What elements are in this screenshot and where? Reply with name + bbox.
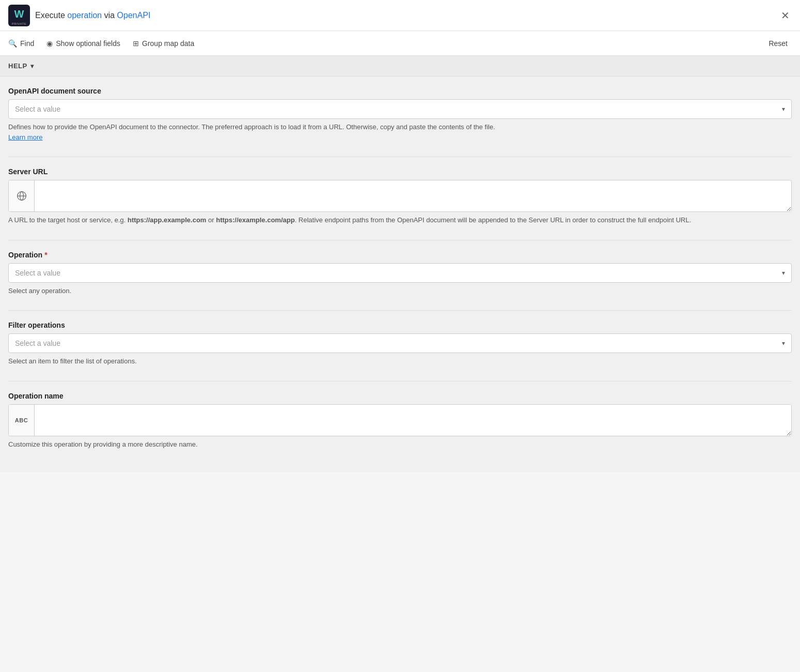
openapi-source-group: OpenAPI document source Select a value ▾… [8,87,792,142]
filter-operations-label: Filter operations [8,321,792,329]
filter-operations-select-wrapper: Select a value ▾ [8,333,792,353]
help-toggle-button[interactable]: HELP ▾ [8,62,34,70]
filter-operations-group: Filter operations Select a value ▾ Selec… [8,321,792,366]
server-url-label: Server URL [8,167,792,176]
abc-icon-box: ABC [9,405,35,436]
logo-badge: W PRIVATE [8,5,30,26]
logo-icon: W [14,8,24,20]
reset-button[interactable]: Reset [764,37,792,50]
header-title: Execute operation via OpenAPI [35,11,150,20]
operation-label-text: Operation [8,251,42,259]
operation-select[interactable]: Select a value [9,264,791,282]
server-url-group: Server URL A URL to the target host or s… [8,167,792,225]
group-map-label: Group map data [142,39,194,48]
header-left: W PRIVATE Execute operation via OpenAPI [8,5,150,26]
server-url-example2: https://example.com/app [216,216,295,224]
server-url-input-wrapper [8,180,792,212]
learn-more-link[interactable]: Learn more [8,133,42,141]
help-label: HELP [8,62,27,70]
divider-3 [8,310,792,311]
operation-description: Select any operation. [8,286,792,296]
openapi-source-select[interactable]: Select a value [9,100,791,118]
form-content: OpenAPI document source Select a value ▾… [0,77,800,472]
operation-group: Operation * Select a value ▾ Select any … [8,251,792,296]
operation-select-wrapper: Select a value ▾ [8,263,792,283]
operation-name-label: Operation name [8,392,792,400]
divider-1 [8,157,792,157]
search-icon: 🔍 [8,39,17,48]
operation-name-description: Customize this operation by providing a … [8,439,792,450]
operation-name-input-wrapper: ABC [8,404,792,436]
find-label: Find [20,39,34,48]
server-url-description: A URL to the target host or service, e.g… [8,215,792,225]
server-url-example1: https://app.example.com [128,216,206,224]
title-operation: operation [67,11,102,20]
server-url-input[interactable] [35,180,791,211]
filter-operations-description: Select an item to filter the list of ope… [8,356,792,366]
server-url-desc-part2: or [206,216,216,224]
help-section: HELP ▾ [0,56,800,77]
operation-label: Operation * [8,251,792,259]
title-openapi: OpenAPI [117,11,150,20]
openapi-source-description: Defines how to provide the OpenAPI docum… [8,122,792,142]
abc-label: ABC [15,417,28,423]
header: W PRIVATE Execute operation via OpenAPI … [0,0,800,31]
main-content: HELP ▾ OpenAPI document source Select a … [0,56,800,472]
divider-2 [8,240,792,240]
find-button[interactable]: 🔍 Find [8,37,34,50]
group-map-data-button[interactable]: ⊞ Group map data [133,37,194,50]
operation-name-input[interactable] [35,405,791,436]
chevron-down-icon: ▾ [30,63,34,70]
eye-icon: ◉ [47,39,53,48]
toolbar: 🔍 Find ◉ Show optional fields ⊞ Group ma… [0,31,800,56]
server-url-desc-part1: A URL to the target host or service, e.g… [8,216,128,224]
globe-icon-box [9,180,35,211]
private-label: PRIVATE [12,22,26,25]
operation-name-group: Operation name ABC Customize this operat… [8,392,792,450]
group-icon: ⊞ [133,39,139,48]
openapi-source-label: OpenAPI document source [8,87,792,95]
toolbar-right: Reset [764,37,792,50]
close-button[interactable]: ✕ [779,8,792,23]
globe-icon [17,191,27,201]
filter-operations-select[interactable]: Select a value [9,334,791,353]
show-optional-fields-button[interactable]: ◉ Show optional fields [47,37,120,50]
divider-4 [8,381,792,381]
title-prefix: Execute [35,11,67,20]
required-indicator: * [44,251,47,259]
show-optional-label: Show optional fields [56,39,120,48]
openapi-source-desc-text: Defines how to provide the OpenAPI docum… [8,123,495,131]
server-url-desc-part3: . Relative endpoint paths from the OpenA… [295,216,691,224]
title-middle: via [102,11,117,20]
openapi-source-select-wrapper: Select a value ▾ [8,99,792,119]
